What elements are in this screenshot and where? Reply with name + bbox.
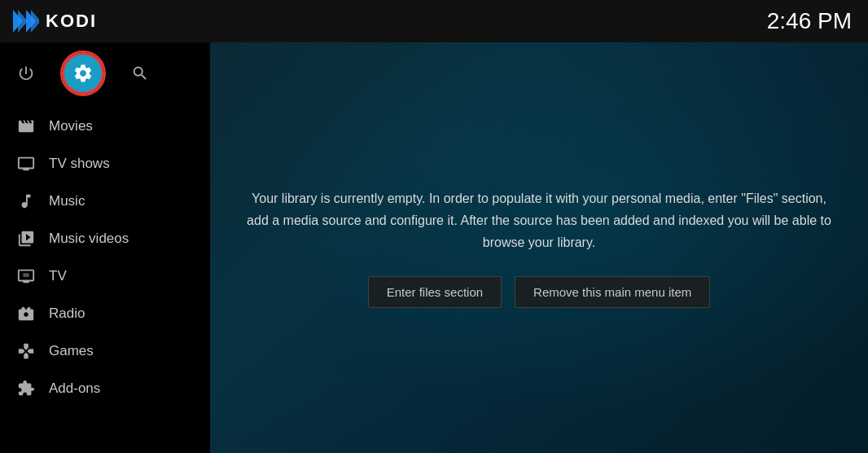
games-icon: [16, 341, 36, 361]
top-bar: KODI 2:46 PM: [0, 0, 868, 42]
svg-rect-4: [23, 273, 28, 277]
content-buttons: Enter files section Remove this main men…: [368, 276, 711, 308]
main-layout: Movies TV shows Music Music videos: [0, 42, 868, 453]
sidebar-item-music-label: Music: [49, 193, 85, 209]
app-title: KODI: [46, 11, 97, 32]
top-bar-left: KODI: [10, 7, 97, 36]
sidebar-item-movies-label: Movies: [49, 118, 93, 134]
sidebar: Movies TV shows Music Music videos: [0, 42, 210, 453]
power-icon: [17, 64, 35, 82]
sidebar-item-music-videos-label: Music videos: [49, 231, 129, 247]
kodi-logo: KODI: [10, 7, 97, 36]
kodi-icon: [10, 7, 39, 36]
sidebar-item-games-label: Games: [49, 343, 94, 359]
remove-menu-item-button[interactable]: Remove this main menu item: [515, 276, 710, 308]
sidebar-item-radio-label: Radio: [49, 306, 85, 322]
sidebar-item-tv[interactable]: TV: [0, 257, 210, 295]
tv-icon: [16, 266, 36, 286]
sidebar-item-tv-shows-label: TV shows: [49, 156, 110, 172]
movies-icon: [16, 117, 36, 136]
sidebar-item-games[interactable]: Games: [0, 332, 210, 370]
music-videos-icon: [16, 229, 36, 248]
search-icon: [131, 64, 149, 82]
power-button[interactable]: [13, 60, 39, 86]
sidebar-item-add-ons[interactable]: Add-ons: [0, 370, 210, 407]
sidebar-top-icons: [0, 46, 210, 104]
radio-icon: [16, 304, 36, 323]
clock: 2:46 PM: [767, 8, 852, 34]
settings-button[interactable]: [62, 52, 104, 95]
sidebar-item-music-videos[interactable]: Music videos: [0, 220, 210, 257]
content-area: Your library is currently empty. In orde…: [210, 42, 868, 453]
enter-files-button[interactable]: Enter files section: [368, 276, 502, 308]
music-icon: [16, 191, 36, 211]
sidebar-item-movies[interactable]: Movies: [0, 108, 210, 145]
sidebar-item-tv-label: TV: [49, 268, 67, 284]
tv-shows-icon: [16, 154, 36, 174]
sidebar-item-tv-shows[interactable]: TV shows: [0, 145, 210, 183]
search-button[interactable]: [127, 60, 153, 86]
settings-gear-icon: [72, 63, 94, 84]
add-ons-icon: [16, 379, 36, 398]
sidebar-item-music[interactable]: Music: [0, 183, 210, 220]
sidebar-item-add-ons-label: Add-ons: [49, 380, 100, 397]
svg-marker-3: [31, 10, 39, 33]
empty-library-message: Your library is currently empty. In orde…: [246, 187, 832, 254]
sidebar-nav: Movies TV shows Music Music videos: [0, 104, 210, 407]
sidebar-item-radio[interactable]: Radio: [0, 295, 210, 332]
